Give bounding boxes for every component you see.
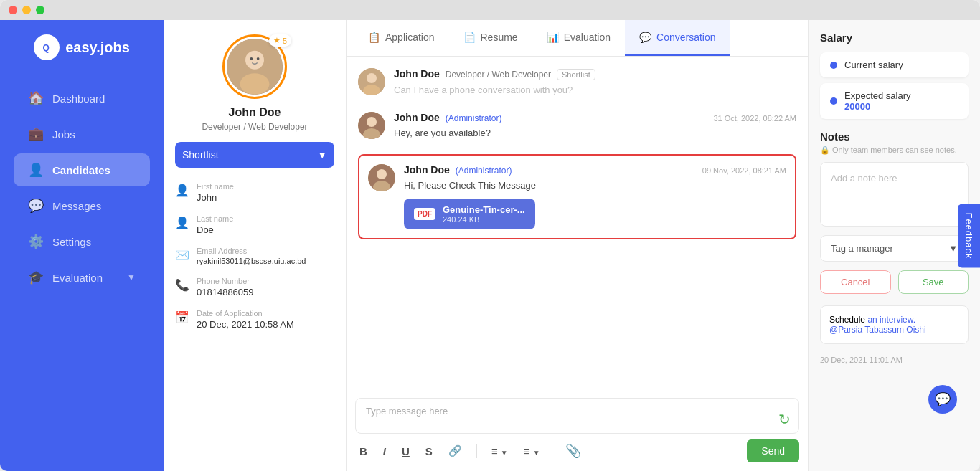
app-body: Q easy.jobs 🏠 Dashboard 💼 Jobs 👤 Candida… — [0, 20, 980, 471]
interview-link[interactable]: an interview. — [867, 315, 915, 325]
field-firstname: 👤 First name John — [175, 182, 334, 203]
link-icon: 🔗 — [448, 444, 462, 457]
feedback-tab[interactable]: Feedback — [958, 204, 980, 267]
avatar-msg2 — [358, 112, 385, 139]
notes-subtitle: 🔒 Only team members can see notes. — [820, 146, 969, 155]
sidebar-item-messages[interactable]: 💬 Messages — [14, 189, 150, 222]
message-group-3-highlighted: John Doe (Administrator) 09 Nov, 2022, 0… — [358, 154, 796, 239]
msg3-text: Hi, Please Check This Message — [404, 179, 786, 193]
chevron-icon-ordered: ▼ — [533, 449, 540, 457]
underline-button[interactable]: U — [397, 442, 414, 460]
avatar-wrapper: ★ 5 — [175, 34, 334, 99]
strikethrough-button[interactable]: S — [421, 442, 437, 460]
tag-manager-label: Tag a manager — [831, 243, 893, 254]
cancel-button[interactable]: Cancel — [820, 270, 891, 294]
sidebar-item-candidates[interactable]: 👤 Candidates — [14, 153, 150, 186]
close-button[interactable] — [9, 6, 17, 14]
right-panel: Salary Current salary Expected salary 20… — [808, 20, 980, 471]
field-phone-content: Phone Number 01814886059 — [197, 277, 254, 298]
list-icon: ≡ — [491, 445, 498, 457]
save-button[interactable]: Save — [898, 270, 969, 294]
firstname-label: First name — [197, 182, 234, 191]
msg3-header: John Doe (Administrator) 09 Nov, 2022, 0… — [404, 164, 786, 176]
email-icon: ✉️ — [175, 248, 189, 262]
expected-salary-dot — [830, 97, 837, 105]
italic-button[interactable]: I — [379, 442, 390, 460]
sidebar: Q easy.jobs 🏠 Dashboard 💼 Jobs 👤 Candida… — [0, 20, 164, 471]
sidebar-label-evaluation: Evaluation — [52, 272, 103, 284]
jobs-icon: 💼 — [28, 126, 44, 142]
phone-value: 01814886059 — [197, 287, 254, 298]
bold-button[interactable]: B — [355, 442, 372, 460]
ordered-list-button[interactable]: ≡ ▼ — [519, 442, 545, 460]
shortlist-label: Shortlist — [182, 149, 219, 161]
msg1-text: Can I have a phone conversation with you… — [394, 83, 796, 97]
phone-icon: 📞 — [175, 278, 189, 292]
svg-point-6 — [257, 57, 260, 60]
minimize-button[interactable] — [22, 6, 31, 14]
firstname-value: John — [197, 192, 234, 203]
svg-point-4 — [240, 73, 270, 95]
tab-application[interactable]: 📋 Application — [354, 20, 449, 56]
paperclip-icon: 📎 — [565, 444, 581, 458]
footer-date: 20 Dec, 2021 11:01 AM — [820, 356, 903, 364]
messages-icon: 💬 — [28, 198, 44, 214]
email-value: ryakinil53011@bscse.uiu.ac.bd — [197, 257, 306, 265]
feedback-label: Feedback — [963, 212, 974, 259]
settings-icon: ⚙️ — [28, 234, 44, 249]
tab-resume[interactable]: 📄 Resume — [449, 20, 532, 56]
sidebar-label-settings: Settings — [52, 236, 91, 248]
sidebar-label-messages: Messages — [52, 200, 101, 212]
expected-salary-value: 20000 — [844, 101, 911, 112]
message-group-3: John Doe (Administrator) 09 Nov, 2022, 0… — [368, 164, 786, 229]
refresh-icon[interactable]: ↻ — [778, 411, 791, 428]
attachment-name: Genuine-Tin-cer-... — [443, 204, 525, 215]
shortlist-button[interactable]: Shortlist ▼ — [175, 142, 334, 168]
msg3-badge: (Administrator) — [456, 166, 512, 176]
titlebar — [0, 0, 980, 20]
dashboard-icon: 🏠 — [28, 90, 44, 106]
candidate-role: Developer / Web Developer — [175, 122, 334, 132]
msg2-badge: (Administrator) — [446, 113, 502, 123]
tab-application-label: Application — [385, 32, 435, 43]
avatar-msg3 — [368, 164, 395, 191]
msg1-header: John Doe Developer / Web Developer Short… — [394, 68, 796, 80]
tab-evaluation[interactable]: 📊 Evaluation — [532, 20, 625, 56]
attach-button[interactable]: 📎 — [565, 443, 581, 459]
toolbar-separator-1 — [476, 444, 477, 458]
date-label: Date of Application — [197, 309, 294, 318]
tab-evaluation-label: Evaluation — [564, 32, 611, 43]
conversation-tab-icon: 💬 — [639, 32, 651, 43]
avatar-msg1 — [358, 68, 385, 95]
msg2-header: John Doe (Administrator) 31 Oct, 2022, 0… — [394, 112, 796, 123]
send-button[interactable]: Send — [747, 439, 799, 462]
candidates-icon: 👤 — [28, 162, 44, 178]
sidebar-item-settings[interactable]: ⚙️ Settings — [14, 225, 150, 258]
link-button[interactable]: 🔗 — [444, 442, 466, 460]
unordered-list-button[interactable]: ≡ ▼ — [487, 442, 512, 460]
sidebar-item-jobs[interactable]: 💼 Jobs — [14, 118, 150, 151]
message-group-1: John Doe Developer / Web Developer Short… — [358, 68, 796, 97]
msg2-time: 31 Oct, 2022, 08:22 AM — [713, 114, 796, 123]
attachment-size: 240.24 KB — [443, 215, 525, 224]
salary-title: Salary — [820, 32, 969, 44]
chat-icon[interactable]: 💬 — [928, 385, 957, 414]
interview-text: Schedule an interview. — [829, 315, 959, 325]
tag-chevron-icon: ▼ — [948, 243, 958, 254]
expected-salary-card: Expected salary 20000 — [820, 83, 969, 119]
avatar — [227, 39, 283, 95]
field-email-content: Email Address ryakinil53011@bscse.uiu.ac… — [197, 247, 306, 265]
sidebar-item-evaluation[interactable]: 🎓 Evaluation ▼ — [14, 261, 150, 294]
tab-conversation[interactable]: 💬 Conversation — [625, 20, 730, 56]
sidebar-item-dashboard[interactable]: 🏠 Dashboard — [14, 82, 150, 115]
notes-input[interactable]: Add a note here — [820, 162, 969, 227]
sidebar-label-jobs: Jobs — [52, 128, 75, 141]
compose-input[interactable]: Type message here — [355, 398, 799, 434]
calendar-icon: 📅 — [175, 310, 189, 324]
field-date-content: Date of Application 20 Dec, 2021 10:58 A… — [197, 309, 294, 330]
maximize-button[interactable] — [36, 6, 44, 14]
notes-placeholder: Add a note here — [831, 173, 897, 184]
attachment[interactable]: PDF Genuine-Tin-cer-... 240.24 KB — [404, 199, 535, 229]
svg-text:Q: Q — [43, 43, 50, 53]
tag-manager-dropdown[interactable]: Tag a manager ▼ — [820, 235, 969, 262]
